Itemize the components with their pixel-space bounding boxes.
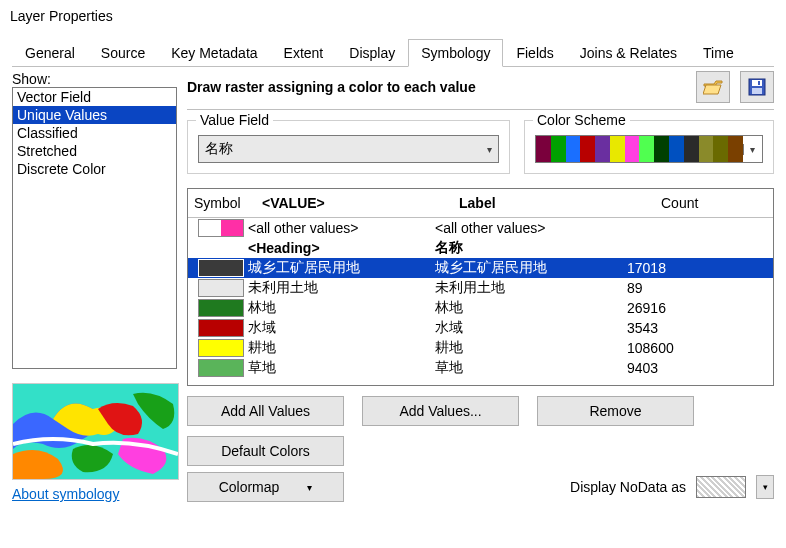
values-grid[interactable]: Symbol <VALUE> Label Count <all other va… (187, 188, 774, 386)
remove-button[interactable]: Remove (537, 396, 694, 426)
renderer-listbox[interactable]: Vector Field Unique Values Classified St… (12, 87, 177, 369)
tab-bar: General Source Key Metadata Extent Displ… (12, 38, 774, 67)
tab-source[interactable]: Source (88, 39, 158, 67)
swatch (610, 136, 625, 162)
symbology-preview (12, 383, 179, 480)
swatch (566, 136, 581, 162)
renderer-item-stretched[interactable]: Stretched (13, 142, 176, 160)
add-all-values-button[interactable]: Add All Values (187, 396, 344, 426)
col-label[interactable]: Label (453, 189, 655, 217)
grid-row[interactable]: 耕地 耕地 108600 (188, 338, 773, 358)
svg-rect-2 (752, 80, 762, 86)
draw-description: Draw raster assigning a color to each va… (187, 79, 686, 95)
grid-row-allother[interactable]: <all other values> <all other values> (188, 218, 773, 238)
swatch (536, 136, 551, 162)
renderer-item-unique-values[interactable]: Unique Values (13, 106, 176, 124)
nodata-label: Display NoData as (570, 479, 686, 495)
swatch (580, 136, 595, 162)
add-values-button[interactable]: Add Values... (362, 396, 519, 426)
color-scheme-group: Color Scheme (524, 120, 774, 174)
chevron-down-icon: ▾ (743, 144, 762, 155)
symbol-swatch (198, 259, 244, 277)
renderer-item-vector-field[interactable]: Vector Field (13, 88, 176, 106)
value-field-selected: 名称 (205, 140, 233, 158)
grid-heading-row[interactable]: <Heading> 名称 (188, 238, 773, 258)
symbol-swatch (198, 359, 244, 377)
color-scheme-legend: Color Scheme (533, 112, 630, 128)
tab-joins-relates[interactable]: Joins & Relates (567, 39, 690, 67)
svg-rect-4 (758, 81, 760, 85)
symbol-swatch (198, 279, 244, 297)
symbol-swatch (198, 339, 244, 357)
swatch (699, 136, 714, 162)
window-title: Layer Properties (0, 0, 786, 38)
renderer-item-classified[interactable]: Classified (13, 124, 176, 142)
swatch (728, 136, 743, 162)
swatch (639, 136, 654, 162)
nodata-dropdown-button[interactable]: ▾ (756, 475, 774, 499)
swatch (713, 136, 728, 162)
grid-row[interactable]: 草地 草地 9403 (188, 358, 773, 378)
grid-row[interactable]: 城乡工矿居民用地 城乡工矿居民用地 17018 (188, 258, 773, 278)
swatch (669, 136, 684, 162)
symbol-swatch (198, 319, 244, 337)
col-value[interactable]: <VALUE> (256, 189, 453, 217)
color-scheme-select[interactable]: ▾ (535, 135, 763, 163)
tab-extent[interactable]: Extent (271, 39, 337, 67)
nodata-swatch[interactable] (696, 476, 746, 498)
grid-row[interactable]: 水域 水域 3543 (188, 318, 773, 338)
grid-row[interactable]: 未利用土地 未利用土地 89 (188, 278, 773, 298)
chevron-down-icon: ▾ (487, 144, 492, 155)
col-symbol[interactable]: Symbol (188, 189, 256, 217)
chevron-down-icon: ▾ (307, 482, 312, 493)
grid-header: Symbol <VALUE> Label Count (188, 189, 773, 218)
tab-display[interactable]: Display (336, 39, 408, 67)
about-symbology-link[interactable]: About symbology (12, 486, 177, 502)
tab-time[interactable]: Time (690, 39, 747, 67)
default-colors-button[interactable]: Default Colors (187, 436, 344, 466)
swatch (654, 136, 669, 162)
tab-key-metadata[interactable]: Key Metadata (158, 39, 270, 67)
symbol-swatch (198, 219, 244, 237)
renderer-item-discrete-color[interactable]: Discrete Color (13, 160, 176, 178)
swatch (684, 136, 699, 162)
swatch (625, 136, 640, 162)
symbol-swatch (198, 299, 244, 317)
tab-fields[interactable]: Fields (503, 39, 566, 67)
value-field-legend: Value Field (196, 112, 273, 128)
save-icon[interactable] (740, 71, 774, 103)
grid-row[interactable]: 林地 林地 26916 (188, 298, 773, 318)
value-field-group: Value Field 名称 ▾ (187, 120, 510, 174)
tab-symbology[interactable]: Symbology (408, 39, 503, 67)
swatch (595, 136, 610, 162)
col-count[interactable]: Count (655, 189, 767, 217)
colormap-dropdown[interactable]: Colormap ▾ (187, 472, 344, 502)
value-field-select[interactable]: 名称 ▾ (198, 135, 499, 163)
svg-rect-3 (752, 88, 762, 94)
show-label: Show: (12, 71, 177, 87)
tab-general[interactable]: General (12, 39, 88, 67)
open-icon[interactable] (696, 71, 730, 103)
swatch (551, 136, 566, 162)
